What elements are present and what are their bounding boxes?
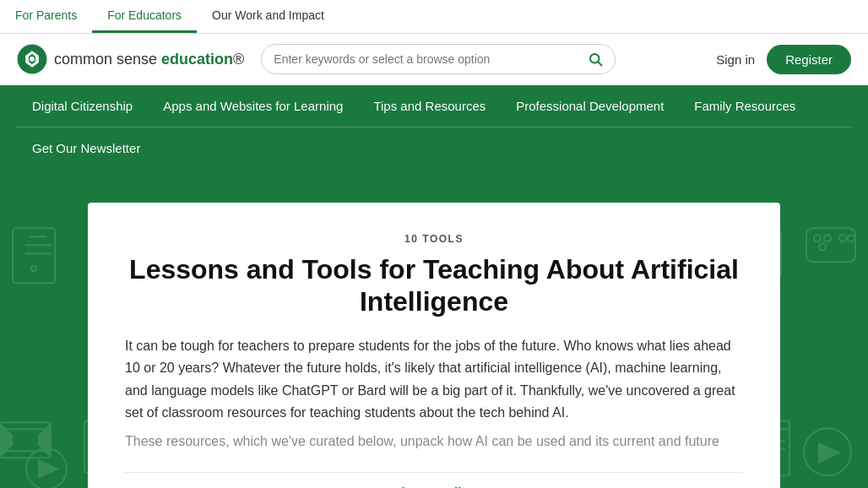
svg-point-47 (819, 243, 826, 250)
top-navigation: For Parents For Educators Our Work and I… (0, 0, 868, 34)
svg-point-46 (824, 235, 831, 241)
logo-text: common sense education® (54, 51, 244, 68)
hero-section: 10 TOOLS Lessons and Tools for Teaching … (0, 169, 868, 488)
search-button[interactable] (588, 52, 603, 67)
top-nav-for-parents[interactable]: For Parents (0, 0, 92, 33)
logo: common sense education® (17, 44, 244, 74)
svg-point-1 (30, 57, 35, 62)
svg-point-49 (848, 235, 854, 241)
green-nav-professional-dev[interactable]: Professional Development (501, 85, 679, 127)
svg-point-48 (839, 235, 846, 241)
svg-marker-55 (39, 460, 57, 477)
register-button[interactable]: Register (767, 45, 851, 74)
logo-icon (17, 44, 47, 74)
search-icon (588, 52, 603, 67)
article-tag: 10 TOOLS (125, 233, 743, 245)
continue-reading-link[interactable]: Continue reading (125, 472, 743, 488)
green-nav-tips-resources[interactable]: Tips and Resources (358, 85, 501, 127)
green-nav-apps-websites[interactable]: Apps and Websites for Learning (148, 85, 358, 127)
green-nav-newsletter[interactable]: Get Our Newsletter (17, 127, 155, 169)
svg-marker-72 (819, 443, 839, 462)
svg-point-8 (31, 266, 36, 271)
sign-in-button[interactable]: Sign in (716, 52, 755, 67)
green-nav-row-2: Get Our Newsletter (17, 127, 851, 169)
article-paragraph-1: It can be tough for teachers to prepare … (125, 335, 743, 425)
article-paragraph-2: These resources, which we've curated bel… (125, 431, 743, 453)
svg-rect-44 (806, 228, 855, 262)
top-nav-our-work[interactable]: Our Work and Impact (197, 0, 339, 33)
continue-reading-label: Continue reading (372, 485, 476, 488)
site-header: common sense education® Sign in Register (0, 34, 868, 85)
green-navigation: Digital Citizenship Apps and Websites fo… (0, 85, 868, 169)
article-body: It can be tough for teachers to prepare … (125, 335, 743, 453)
svg-line-3 (599, 62, 602, 65)
search-input[interactable] (274, 52, 588, 66)
green-nav-family-resources[interactable]: Family Resources (679, 85, 811, 127)
svg-point-45 (814, 235, 821, 241)
top-nav-for-educators[interactable]: For Educators (92, 0, 197, 33)
chevron-down-icon (482, 485, 496, 488)
article-card: 10 TOOLS Lessons and Tools for Teaching … (88, 203, 780, 488)
search-bar[interactable] (261, 44, 616, 74)
green-nav-row-1: Digital Citizenship Apps and Websites fo… (17, 85, 851, 127)
article-title: Lessons and Tools for Teaching About Art… (125, 253, 743, 318)
header-actions: Sign in Register (716, 45, 851, 74)
green-nav-digital-citizenship[interactable]: Digital Citizenship (17, 85, 148, 127)
